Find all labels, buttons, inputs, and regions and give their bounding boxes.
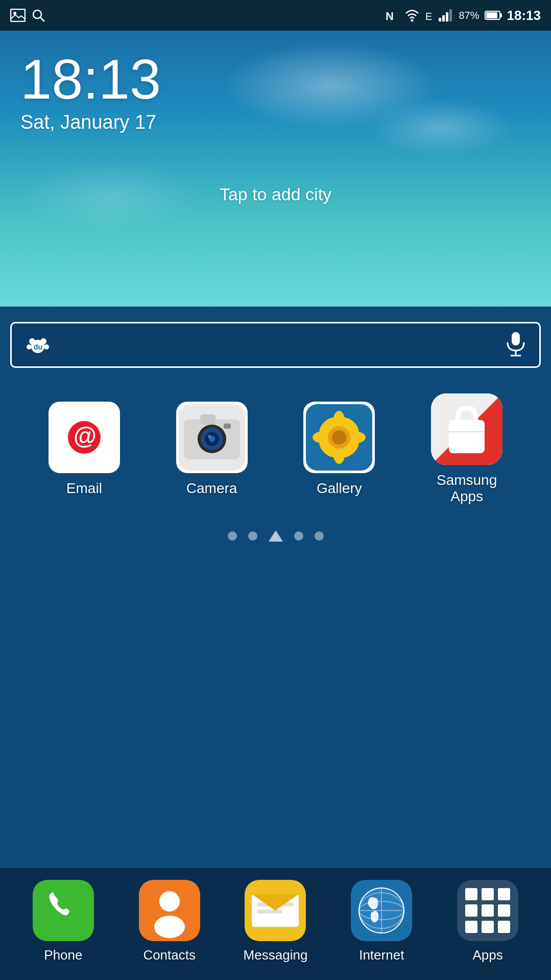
camera-label: Camera	[186, 480, 237, 497]
svg-point-17	[27, 344, 32, 349]
nfc-icon: N	[383, 7, 399, 24]
svg-rect-75	[498, 888, 510, 900]
svg-rect-12	[486, 12, 497, 18]
gallery-icon	[303, 402, 375, 473]
svg-rect-79	[465, 921, 477, 933]
apps-label: Apps	[472, 947, 502, 963]
dock-messaging[interactable]: Messaging	[229, 880, 321, 963]
baidu-paw-icon: du	[24, 331, 52, 359]
svg-rect-9	[446, 12, 448, 21]
internet-icon	[351, 880, 412, 941]
messaging-label: Messaging	[244, 947, 308, 963]
svg-line-3	[40, 17, 44, 21]
apps-grid-icon	[457, 880, 518, 941]
svg-text:@: @	[74, 423, 97, 449]
signal-bars-icon	[438, 9, 453, 22]
image-icon	[10, 9, 26, 22]
dock-contacts[interactable]: Contacts	[124, 880, 215, 963]
samsung-apps-label: SamsungApps	[437, 472, 497, 505]
page-dots	[0, 520, 551, 552]
app-samsung-apps[interactable]: SamsungApps	[416, 393, 518, 505]
widget-clock: 18:13	[20, 51, 531, 107]
svg-rect-8	[442, 15, 445, 21]
svg-rect-7	[439, 18, 441, 21]
contacts-label: Contacts	[143, 947, 196, 963]
search-left: du	[24, 331, 52, 359]
svg-text:E: E	[425, 11, 432, 22]
camera-icon	[176, 402, 248, 473]
gallery-label: Gallery	[317, 480, 362, 497]
samsung-apps-icon	[431, 393, 502, 465]
svg-rect-13	[500, 13, 502, 17]
svg-point-1	[13, 12, 16, 15]
app-email[interactable]: @ Email	[33, 402, 135, 497]
weather-widget[interactable]: 18:13 Sat, January 17 Tap to add city	[0, 31, 551, 307]
tap-to-add-city[interactable]: Tap to add city	[20, 184, 531, 204]
svg-rect-0	[11, 9, 25, 21]
svg-point-49	[332, 430, 346, 445]
phone-label: Phone	[44, 947, 82, 963]
email-icon: @	[49, 402, 120, 473]
svg-rect-10	[449, 9, 452, 21]
status-left-icons	[10, 9, 45, 22]
magnifier-icon	[32, 9, 45, 22]
page-dot-5[interactable]	[315, 531, 324, 541]
page-dot-1[interactable]	[228, 531, 237, 541]
page-dot-2[interactable]	[248, 531, 257, 541]
svg-rect-31	[200, 414, 215, 425]
svg-point-18	[44, 344, 49, 349]
status-bar: N E 87% 18:13	[0, 0, 551, 31]
app-grid: @ Email	[0, 383, 551, 520]
svg-point-5	[411, 19, 414, 22]
status-right-icons: N E 87% 18:13	[383, 7, 541, 24]
svg-rect-74	[482, 888, 494, 900]
messaging-icon	[245, 880, 306, 941]
svg-text:N: N	[386, 10, 394, 22]
dock-apps[interactable]: Apps	[442, 880, 534, 963]
dock-internet[interactable]: Internet	[336, 880, 427, 963]
svg-point-58	[159, 891, 180, 912]
phone-icon	[33, 880, 94, 941]
page-dot-home[interactable]	[269, 530, 283, 542]
battery-percentage: 87%	[459, 10, 479, 21]
svg-rect-73	[465, 888, 477, 900]
search-bar[interactable]: du	[10, 322, 541, 368]
svg-rect-54	[449, 420, 485, 453]
dock: Phone Contacts M	[0, 868, 551, 980]
app-gallery[interactable]: Gallery	[288, 402, 390, 497]
svg-rect-80	[482, 921, 494, 933]
wifi-icon	[404, 9, 420, 21]
app-camera[interactable]: Camera	[161, 402, 263, 497]
svg-point-2	[33, 10, 41, 18]
contacts-icon	[139, 880, 200, 941]
page-dot-4[interactable]	[294, 531, 303, 541]
svg-rect-76	[465, 904, 477, 917]
svg-rect-81	[498, 921, 510, 933]
battery-icon	[485, 10, 502, 21]
dock-phone[interactable]: Phone	[17, 880, 109, 963]
svg-text:du: du	[34, 343, 42, 351]
svg-rect-63	[257, 909, 282, 914]
microphone-icon[interactable]	[505, 331, 527, 359]
email-label: Email	[66, 480, 102, 497]
svg-rect-37	[224, 424, 231, 429]
svg-rect-20	[512, 332, 520, 345]
svg-rect-78	[498, 904, 510, 917]
svg-rect-77	[482, 904, 494, 917]
internet-label: Internet	[359, 947, 404, 963]
signal-e-icon: E	[425, 9, 433, 22]
widget-date: Sat, January 17	[20, 111, 531, 133]
svg-point-59	[154, 916, 185, 938]
svg-point-36	[208, 435, 211, 438]
status-time: 18:13	[507, 8, 541, 24]
